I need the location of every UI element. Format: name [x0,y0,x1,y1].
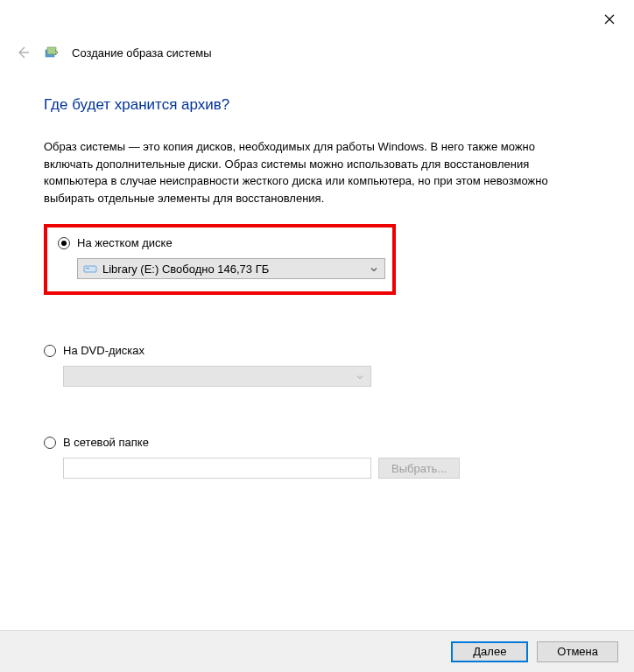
hard-disk-dropdown-value: Library (E:) Свободно 146,73 ГБ [102,262,384,276]
system-image-icon [44,45,60,60]
description-text: Образ системы — это копия дисков, необхо… [44,138,587,206]
cancel-button[interactable]: Отмена [537,641,618,662]
window-title: Создание образа системы [72,46,212,60]
radio-icon [44,437,56,449]
radio-icon [58,237,70,249]
network-input-row: Выбрать... [63,458,599,479]
dvd-radio-label: На DVD-дисках [63,344,144,357]
hard-disk-dropdown[interactable]: Library (E:) Свободно 146,73 ГБ [77,258,385,279]
network-radio-label: В сетевой папке [63,436,149,449]
footer: Далее Отмена [0,630,634,672]
close-icon [604,14,615,24]
dvd-dropdown [63,366,371,387]
svg-rect-1 [47,47,56,54]
svg-rect-2 [84,266,96,272]
chevron-down-icon [356,370,363,383]
chevron-down-icon [370,262,377,276]
close-button[interactable] [601,10,618,28]
page-heading: Где будет хранится архив? [44,96,599,114]
hard-disk-radio-label: На жестком диске [77,236,173,249]
dvd-radio-row[interactable]: На DVD-дисках [44,344,599,357]
content-area: Где будет хранится архив? Образ системы … [44,96,599,528]
drive-icon [83,263,97,274]
dvd-option-group: На DVD-дисках [44,344,599,387]
back-arrow-icon [16,46,30,60]
network-path-input[interactable] [63,458,371,479]
hard-disk-option-highlight: На жестком диске Library (E:) Свободно 1… [44,224,396,295]
hard-disk-radio-row[interactable]: На жестком диске [58,236,382,249]
next-button[interactable]: Далее [451,641,528,662]
network-radio-row[interactable]: В сетевой папке [44,436,599,449]
radio-icon [44,345,56,357]
network-option-group: В сетевой папке Выбрать... [44,436,599,479]
svg-rect-3 [86,268,89,269]
header: Создание образа системы [14,44,212,61]
back-button[interactable] [14,44,32,61]
browse-button: Выбрать... [378,458,460,479]
